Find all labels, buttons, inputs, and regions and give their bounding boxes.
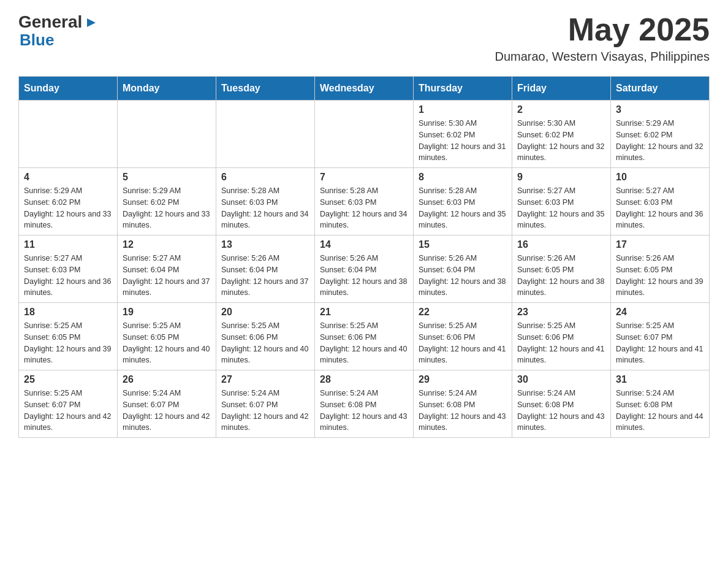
header-monday: Monday [118,77,216,101]
day-number: 8 [419,172,507,183]
day-info: Sunrise: 5:28 AMSunset: 6:03 PMDaylight:… [320,185,408,231]
day-number: 11 [24,239,112,250]
day-info: Sunrise: 5:28 AMSunset: 6:03 PMDaylight:… [419,185,507,231]
day-info: Sunrise: 5:27 AMSunset: 6:03 PMDaylight:… [616,185,704,231]
day-info: Sunrise: 5:24 AMSunset: 6:08 PMDaylight:… [419,388,507,434]
day-info: Sunrise: 5:25 AMSunset: 6:06 PMDaylight:… [419,320,507,366]
table-row: 28Sunrise: 5:24 AMSunset: 6:08 PMDayligh… [315,370,414,438]
table-row: 27Sunrise: 5:24 AMSunset: 6:07 PMDayligh… [216,370,315,438]
table-row: 9Sunrise: 5:27 AMSunset: 6:03 PMDaylight… [512,168,611,236]
day-info: Sunrise: 5:27 AMSunset: 6:04 PMDaylight:… [123,253,211,299]
day-number: 16 [517,239,605,250]
table-row: 31Sunrise: 5:24 AMSunset: 6:08 PMDayligh… [611,370,710,438]
day-number: 29 [419,374,507,385]
header-thursday: Thursday [414,77,512,101]
calendar-table: Sunday Monday Tuesday Wednesday Thursday… [18,76,710,438]
logo: General Blue [18,12,97,48]
day-number: 2 [517,104,605,115]
day-info: Sunrise: 5:27 AMSunset: 6:03 PMDaylight:… [517,185,605,231]
table-row: 22Sunrise: 5:25 AMSunset: 6:06 PMDayligh… [414,303,512,370]
day-info: Sunrise: 5:25 AMSunset: 6:05 PMDaylight:… [123,320,211,366]
day-number: 28 [320,374,408,385]
day-number: 31 [616,374,704,385]
day-info: Sunrise: 5:25 AMSunset: 6:06 PMDaylight:… [221,320,309,366]
logo-triangle-icon [83,16,97,29]
header-wednesday: Wednesday [315,77,414,101]
month-title: May 2025 [495,12,710,47]
header-tuesday: Tuesday [216,77,315,101]
day-info: Sunrise: 5:29 AMSunset: 6:02 PMDaylight:… [24,185,112,231]
day-info: Sunrise: 5:26 AMSunset: 6:04 PMDaylight:… [221,253,309,299]
title-area: May 2025 Dumarao, Western Visayas, Phili… [495,12,710,64]
table-row [216,101,315,168]
day-info: Sunrise: 5:25 AMSunset: 6:06 PMDaylight:… [320,320,408,366]
day-info: Sunrise: 5:30 AMSunset: 6:02 PMDaylight:… [517,118,605,164]
day-info: Sunrise: 5:26 AMSunset: 6:05 PMDaylight:… [616,253,704,299]
table-row: 30Sunrise: 5:24 AMSunset: 6:08 PMDayligh… [512,370,611,438]
day-number: 21 [320,307,408,318]
day-info: Sunrise: 5:26 AMSunset: 6:04 PMDaylight:… [320,253,408,299]
day-info: Sunrise: 5:26 AMSunset: 6:05 PMDaylight:… [517,253,605,299]
table-row: 26Sunrise: 5:24 AMSunset: 6:07 PMDayligh… [118,370,216,438]
day-info: Sunrise: 5:25 AMSunset: 6:06 PMDaylight:… [517,320,605,366]
day-number: 17 [616,239,704,250]
calendar-week-row: 11Sunrise: 5:27 AMSunset: 6:03 PMDayligh… [19,236,710,303]
day-info: Sunrise: 5:25 AMSunset: 6:07 PMDaylight:… [24,388,112,434]
day-info: Sunrise: 5:24 AMSunset: 6:07 PMDaylight:… [123,388,211,434]
day-info: Sunrise: 5:24 AMSunset: 6:08 PMDaylight:… [517,388,605,434]
table-row: 16Sunrise: 5:26 AMSunset: 6:05 PMDayligh… [512,236,611,303]
table-row: 20Sunrise: 5:25 AMSunset: 6:06 PMDayligh… [216,303,315,370]
day-info: Sunrise: 5:29 AMSunset: 6:02 PMDaylight:… [616,118,704,164]
table-row: 1Sunrise: 5:30 AMSunset: 6:02 PMDaylight… [414,101,512,168]
table-row: 11Sunrise: 5:27 AMSunset: 6:03 PMDayligh… [19,236,118,303]
day-number: 9 [517,172,605,183]
table-row: 24Sunrise: 5:25 AMSunset: 6:07 PMDayligh… [611,303,710,370]
table-row: 25Sunrise: 5:25 AMSunset: 6:07 PMDayligh… [19,370,118,438]
day-number: 27 [221,374,309,385]
table-row: 15Sunrise: 5:26 AMSunset: 6:04 PMDayligh… [414,236,512,303]
day-info: Sunrise: 5:29 AMSunset: 6:02 PMDaylight:… [123,185,211,231]
day-number: 12 [123,239,211,250]
day-number: 4 [24,172,112,183]
table-row: 8Sunrise: 5:28 AMSunset: 6:03 PMDaylight… [414,168,512,236]
header-saturday: Saturday [611,77,710,101]
table-row: 23Sunrise: 5:25 AMSunset: 6:06 PMDayligh… [512,303,611,370]
table-row: 6Sunrise: 5:28 AMSunset: 6:03 PMDaylight… [216,168,315,236]
table-row: 21Sunrise: 5:25 AMSunset: 6:06 PMDayligh… [315,303,414,370]
day-info: Sunrise: 5:24 AMSunset: 6:08 PMDaylight:… [320,388,408,434]
calendar-header-row: Sunday Monday Tuesday Wednesday Thursday… [19,77,710,101]
table-row: 17Sunrise: 5:26 AMSunset: 6:05 PMDayligh… [611,236,710,303]
day-number: 20 [221,307,309,318]
day-number: 19 [123,307,211,318]
header-friday: Friday [512,77,611,101]
day-number: 10 [616,172,704,183]
table-row: 19Sunrise: 5:25 AMSunset: 6:05 PMDayligh… [118,303,216,370]
day-info: Sunrise: 5:25 AMSunset: 6:05 PMDaylight:… [24,320,112,366]
day-info: Sunrise: 5:24 AMSunset: 6:07 PMDaylight:… [221,388,309,434]
day-number: 6 [221,172,309,183]
day-info: Sunrise: 5:24 AMSunset: 6:08 PMDaylight:… [616,388,704,434]
day-info: Sunrise: 5:30 AMSunset: 6:02 PMDaylight:… [419,118,507,164]
day-number: 26 [123,374,211,385]
page-header: General Blue May 2025 Dumarao, Western V… [18,12,710,64]
table-row: 12Sunrise: 5:27 AMSunset: 6:04 PMDayligh… [118,236,216,303]
day-number: 24 [616,307,704,318]
table-row: 14Sunrise: 5:26 AMSunset: 6:04 PMDayligh… [315,236,414,303]
day-info: Sunrise: 5:26 AMSunset: 6:04 PMDaylight:… [419,253,507,299]
day-number: 7 [320,172,408,183]
logo-general-text: General [18,12,82,32]
table-row: 10Sunrise: 5:27 AMSunset: 6:03 PMDayligh… [611,168,710,236]
location-text: Dumarao, Western Visayas, Philippines [495,50,710,64]
calendar-week-row: 1Sunrise: 5:30 AMSunset: 6:02 PMDaylight… [19,101,710,168]
svg-marker-0 [87,18,96,27]
table-row: 3Sunrise: 5:29 AMSunset: 6:02 PMDaylight… [611,101,710,168]
table-row: 18Sunrise: 5:25 AMSunset: 6:05 PMDayligh… [19,303,118,370]
day-number: 14 [320,239,408,250]
logo-blue-text: Blue [20,32,54,48]
day-number: 25 [24,374,112,385]
day-number: 22 [419,307,507,318]
day-number: 3 [616,104,704,115]
table-row [315,101,414,168]
table-row: 29Sunrise: 5:24 AMSunset: 6:08 PMDayligh… [414,370,512,438]
table-row: 4Sunrise: 5:29 AMSunset: 6:02 PMDaylight… [19,168,118,236]
